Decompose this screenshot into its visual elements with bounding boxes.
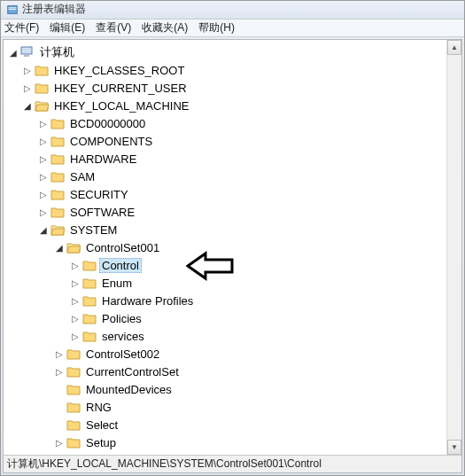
folder-icon xyxy=(82,294,97,307)
folder-icon xyxy=(66,347,81,360)
tree-node-policies[interactable]: ▷ Policies xyxy=(5,309,460,327)
tree-node-sam[interactable]: ▷ SAM xyxy=(5,168,460,185)
client-area: ◢ 计算机 ▷ HKEY_CLASSES_ROOT ▷ HKEY_CURRENT… xyxy=(3,39,462,473)
node-label: ControlSet002 xyxy=(83,347,162,362)
tree-node-hklm[interactable]: ◢ HKEY_LOCAL_MACHINE xyxy=(5,97,460,114)
expand-toggle[interactable]: ▷ xyxy=(37,188,50,200)
node-label: CurrentControlSet xyxy=(83,364,182,379)
node-label: MountedDevices xyxy=(83,382,174,397)
folder-icon xyxy=(35,64,49,76)
statusbar: 计算机\HKEY_LOCAL_MACHINE\SYSTEM\ControlSet… xyxy=(4,455,461,472)
expand-toggle[interactable]: ▷ xyxy=(53,436,66,449)
expand-toggle[interactable]: ▷ xyxy=(69,259,81,271)
expand-toggle[interactable]: ◢ xyxy=(37,223,50,236)
tree-node-mounted[interactable]: ▷ MountedDevices xyxy=(5,380,460,398)
app-icon xyxy=(6,4,19,16)
scroll-up-button[interactable]: ▲ xyxy=(447,40,461,55)
folder-icon xyxy=(50,117,65,129)
expand-toggle[interactable]: ▷ xyxy=(21,64,34,76)
folder-open-icon xyxy=(35,99,49,112)
node-label: 计算机 xyxy=(37,43,77,61)
expand-toggle[interactable]: ▷ xyxy=(37,170,50,183)
node-label: Enum xyxy=(99,276,135,291)
folder-icon xyxy=(50,206,65,218)
tree-node-services[interactable]: ▷ services xyxy=(5,327,460,345)
status-path: 计算机\HKEY_LOCAL_MACHINE\SYSTEM\ControlSet… xyxy=(7,456,322,472)
tree-node-hkcr[interactable]: ▷ HKEY_CLASSES_ROOT xyxy=(5,61,460,79)
expand-toggle[interactable]: ▷ xyxy=(53,347,66,360)
node-label-selected: Control xyxy=(99,258,142,273)
expand-toggle[interactable]: ◢ xyxy=(7,46,19,59)
expand-toggle[interactable]: ▷ xyxy=(37,206,50,218)
expand-toggle[interactable]: ▷ xyxy=(37,152,50,165)
scroll-down-button[interactable]: ▼ xyxy=(447,440,461,455)
expand-toggle[interactable]: ▷ xyxy=(37,135,50,147)
node-label: Setup xyxy=(83,435,119,450)
folder-icon xyxy=(50,170,65,183)
expand-toggle[interactable]: ▷ xyxy=(53,365,66,378)
node-label: RNG xyxy=(83,400,114,415)
tree-node-cs002[interactable]: ▷ ControlSet002 xyxy=(5,345,460,363)
menu-favorites[interactable]: 收藏夹(A) xyxy=(142,20,188,35)
registry-editor-window: 注册表编辑器 文件(F) 编辑(E) 查看(V) 收藏夹(A) 帮助(H) ◢ … xyxy=(0,0,465,476)
node-label: HKEY_CURRENT_USER xyxy=(51,81,190,96)
vertical-scrollbar[interactable]: ▲ ▼ xyxy=(446,40,461,455)
folder-icon xyxy=(66,383,81,395)
tree-node-setup[interactable]: ▷ Setup xyxy=(5,433,460,451)
node-label: COMPONENTS xyxy=(67,134,155,149)
menu-help[interactable]: 帮助(H) xyxy=(198,20,235,35)
folder-icon xyxy=(82,330,97,342)
folder-icon xyxy=(50,152,65,165)
expand-toggle[interactable]: ▷ xyxy=(69,330,81,342)
folder-icon xyxy=(66,401,81,413)
registry-tree[interactable]: ◢ 计算机 ▷ HKEY_CLASSES_ROOT ▷ HKEY_CURRENT… xyxy=(4,40,461,455)
folder-open-icon xyxy=(50,223,65,236)
node-label: HARDWARE xyxy=(67,152,139,167)
tree-node-hwprofiles[interactable]: ▷ Hardware Profiles xyxy=(5,292,460,309)
folder-icon xyxy=(50,135,65,147)
tree-root-computer[interactable]: ◢ 计算机 xyxy=(5,43,460,61)
tree-node-hkcu[interactable]: ▷ HKEY_CURRENT_USER xyxy=(5,79,460,97)
svg-rect-3 xyxy=(21,47,32,54)
node-label: Hardware Profiles xyxy=(99,293,196,308)
node-label: HKEY_LOCAL_MACHINE xyxy=(51,98,191,113)
tree-node-control[interactable]: ▷ Control xyxy=(5,256,460,274)
window-title: 注册表编辑器 xyxy=(22,2,86,17)
expand-toggle[interactable]: ▷ xyxy=(37,117,50,129)
node-label: SECURITY xyxy=(67,187,131,202)
tree-node-ccs[interactable]: ▷ CurrentControlSet xyxy=(5,363,460,380)
node-label: ControlSet001 xyxy=(83,240,162,255)
folder-icon xyxy=(50,188,65,200)
tree-node-select[interactable]: ▷ Select xyxy=(5,416,460,433)
tree-node-security[interactable]: ▷ SECURITY xyxy=(5,185,460,203)
expand-toggle[interactable]: ▷ xyxy=(69,294,81,307)
tree-node-software[interactable]: ▷ SOFTWARE xyxy=(5,203,460,221)
node-label: SOFTWARE xyxy=(67,205,137,220)
menu-edit[interactable]: 编辑(E) xyxy=(50,20,85,35)
tree-node-cs001[interactable]: ◢ ControlSet001 xyxy=(5,238,460,256)
menu-file[interactable]: 文件(F) xyxy=(4,20,39,35)
node-label: HKEY_CLASSES_ROOT xyxy=(51,63,187,78)
svg-rect-1 xyxy=(9,7,17,8)
titlebar: 注册表编辑器 xyxy=(1,1,464,20)
menu-view[interactable]: 查看(V) xyxy=(96,20,131,35)
node-label: SAM xyxy=(67,169,97,184)
node-label: Policies xyxy=(99,311,144,326)
expand-toggle[interactable]: ▷ xyxy=(21,82,34,94)
tree-node-components[interactable]: ▷ COMPONENTS xyxy=(5,132,460,150)
tree-node-enum[interactable]: ▷ Enum xyxy=(5,274,460,292)
expand-toggle[interactable]: ◢ xyxy=(21,99,34,112)
folder-icon xyxy=(66,436,81,449)
tree-node-bcd[interactable]: ▷ BCD00000000 xyxy=(5,114,460,132)
expand-toggle[interactable]: ▷ xyxy=(69,277,81,289)
tree-node-system[interactable]: ◢ SYSTEM xyxy=(5,221,460,238)
node-label: BCD00000000 xyxy=(67,116,148,131)
folder-icon xyxy=(66,365,81,378)
expand-toggle[interactable]: ◢ xyxy=(53,241,66,254)
tree-node-hardware[interactable]: ▷ HARDWARE xyxy=(5,150,460,168)
folder-icon xyxy=(82,277,97,289)
tree-node-rng[interactable]: ▷ RNG xyxy=(5,398,460,416)
folder-open-icon xyxy=(66,241,81,254)
expand-toggle[interactable]: ▷ xyxy=(69,312,81,324)
folder-icon xyxy=(82,312,97,324)
